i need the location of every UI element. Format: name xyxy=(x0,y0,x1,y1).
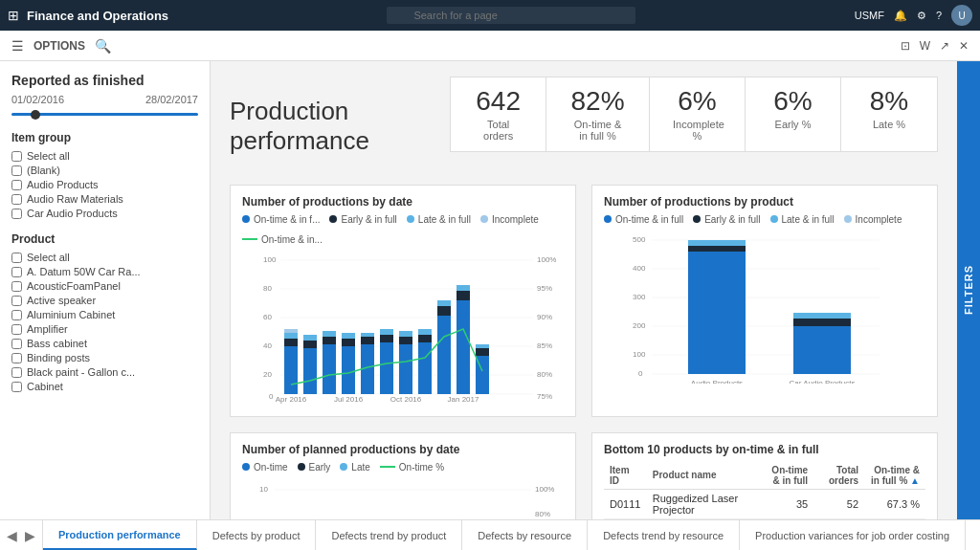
product-aluminium[interactable]: Aluminium Cabinet xyxy=(11,309,198,320)
tab-defects-by-product[interactable]: Defects by product xyxy=(197,520,317,550)
product-cb-bass[interactable] xyxy=(11,339,22,349)
svg-text:Jan 2017: Jan 2017 xyxy=(448,395,479,404)
product-cb-foam[interactable] xyxy=(11,281,22,292)
svg-text:100%: 100% xyxy=(537,255,556,264)
item-group-cb-audio[interactable] xyxy=(11,180,22,190)
slider-thumb[interactable] xyxy=(31,110,40,120)
legend-pl-late: Late xyxy=(340,462,369,473)
product-cb-selectall[interactable] xyxy=(11,253,22,263)
product-foam[interactable]: AcousticFoamPanel xyxy=(11,280,198,292)
tab-production-variances[interactable]: Production variances for job order costi… xyxy=(740,520,966,550)
kpi-incomplete-value: 6% xyxy=(673,87,722,117)
search-input[interactable] xyxy=(387,7,635,24)
product-cabinet[interactable]: Cabinet xyxy=(11,381,198,392)
product-cb-binding[interactable] xyxy=(11,353,22,363)
tab-defects-by-resource[interactable]: Defects by resource xyxy=(462,520,588,550)
legend-otif: On-time & in f... xyxy=(242,214,320,225)
svg-text:Car Audio Products: Car Audio Products xyxy=(790,379,856,384)
item-group-cb-raw[interactable] xyxy=(11,194,22,205)
item-group-audio[interactable]: Audio Products xyxy=(11,179,198,190)
cell-name-1: Ruggedized Laser Projector xyxy=(647,489,762,518)
product-binding[interactable]: Binding posts xyxy=(11,352,198,363)
legend-otif-line: On-time & in... xyxy=(242,234,323,245)
product-cb-amplifier[interactable] xyxy=(11,324,22,335)
svg-text:100%: 100% xyxy=(535,485,554,494)
item-group-car[interactable]: Car Audio Products xyxy=(11,208,198,219)
product-cb-aluminium[interactable] xyxy=(11,310,22,320)
product-black[interactable]: Black paint - Gallon c... xyxy=(11,366,198,378)
product-speaker[interactable]: Active speaker xyxy=(11,295,198,306)
product-cb-speaker[interactable] xyxy=(11,296,22,306)
date-slider-track[interactable] xyxy=(11,113,198,116)
svg-rect-18 xyxy=(284,346,298,394)
settings-icon[interactable]: ⚙ xyxy=(917,10,926,22)
grid-icon[interactable]: ⊞ xyxy=(8,8,19,23)
svg-rect-28 xyxy=(342,346,355,394)
col-otif-pct[interactable]: On-time & in full % ▲ xyxy=(864,462,925,490)
cell-id-2: D0002 xyxy=(604,518,647,519)
item-group-cb-car[interactable] xyxy=(11,209,22,219)
svg-rect-68 xyxy=(688,252,746,374)
col-otif: On-time & in full xyxy=(762,462,813,490)
help-icon[interactable]: ? xyxy=(936,10,942,21)
svg-text:85%: 85% xyxy=(537,341,552,350)
product-label: Product xyxy=(11,232,198,246)
sub-nav-icon-2[interactable]: W xyxy=(920,39,930,53)
svg-rect-35 xyxy=(380,335,393,342)
col-item-id: Item ID xyxy=(604,462,647,490)
tab-defects-trend-by-resource[interactable]: Defects trend by resource xyxy=(588,520,740,550)
sub-search-icon[interactable]: 🔍 xyxy=(95,38,111,54)
date-from: 01/02/2016 xyxy=(11,94,64,105)
item-group-cb-selectall[interactable] xyxy=(11,151,22,162)
svg-text:10: 10 xyxy=(259,485,268,494)
svg-rect-27 xyxy=(323,331,336,337)
tab-next-btn[interactable]: ▶ xyxy=(22,528,38,543)
svg-rect-33 xyxy=(361,333,374,337)
kpi-total-label: Total orders xyxy=(474,119,523,142)
table-row: D0002 Cabinet 186 230 80.9 % xyxy=(604,518,925,519)
cell-otif-2: 186 xyxy=(762,518,813,519)
filters-sidebar-button[interactable]: FILTERS xyxy=(957,61,980,519)
tab-defects-trend-by-product[interactable]: Defects trend by product xyxy=(316,520,462,550)
product-bass[interactable]: Bass cabinet xyxy=(11,338,198,349)
product-selectall[interactable]: Select all xyxy=(11,252,198,263)
sub-nav-icon-3[interactable]: ↗ xyxy=(940,39,949,53)
legend-early: Early & in full xyxy=(329,214,396,225)
svg-rect-39 xyxy=(399,331,412,337)
product-amplifier[interactable]: Amplifier xyxy=(11,323,198,335)
tab-production-performance[interactable]: Production performance xyxy=(43,520,197,550)
sub-nav-icon-1[interactable]: ⊡ xyxy=(901,39,910,53)
item-group-selectall[interactable]: Select all xyxy=(11,150,198,162)
item-group-cb-blank[interactable] xyxy=(11,165,22,176)
content-area: Production performance 642 Total orders … xyxy=(211,61,957,519)
item-group-label: Item group xyxy=(11,131,198,144)
svg-rect-48 xyxy=(457,285,470,291)
product-cb-cabinet[interactable] xyxy=(11,382,22,392)
sub-nav-icon-4[interactable]: ✕ xyxy=(959,39,969,53)
bell-icon[interactable]: 🔔 xyxy=(894,10,907,22)
main-container: Reported as finished 01/02/2016 28/02/20… xyxy=(0,61,980,519)
item-group-blank[interactable]: (Blank) xyxy=(11,165,198,176)
svg-text:100: 100 xyxy=(633,350,646,359)
svg-rect-19 xyxy=(284,339,298,346)
hamburger-menu[interactable]: ☰ xyxy=(11,38,24,54)
chart-planned-by-date: Number of planned productions by date On… xyxy=(230,432,576,519)
user-avatar[interactable]: U xyxy=(951,5,972,26)
chart-by-date-svg: 100 80 60 40 20 0 100% 95% 90% 85% 80% 7… xyxy=(242,251,564,407)
svg-text:Apr 2016: Apr 2016 xyxy=(276,395,307,404)
svg-rect-70 xyxy=(688,240,746,246)
svg-rect-36 xyxy=(380,329,393,335)
product-table: Item ID Product name On-time & in full T… xyxy=(604,462,925,519)
svg-rect-47 xyxy=(457,291,470,300)
kpi-otif: 82% On-time & in full % xyxy=(546,77,650,151)
product-datum[interactable]: A. Datum 50W Car Ra... xyxy=(11,266,198,277)
top-nav: ⊞ Finance and Operations USMF 🔔 ⚙ ? U xyxy=(0,0,980,31)
item-group-raw[interactable]: Audio Raw Materials xyxy=(11,193,198,205)
svg-rect-51 xyxy=(476,344,489,348)
chart-by-date-legend: On-time & in f... Early & in full Late &… xyxy=(242,214,564,245)
svg-text:100: 100 xyxy=(263,255,277,264)
product-cb-datum[interactable] xyxy=(11,267,22,277)
tab-prev-btn[interactable]: ◀ xyxy=(4,528,20,543)
product-cb-black[interactable] xyxy=(11,367,22,378)
legend-pl-pct: On-time % xyxy=(380,462,444,473)
